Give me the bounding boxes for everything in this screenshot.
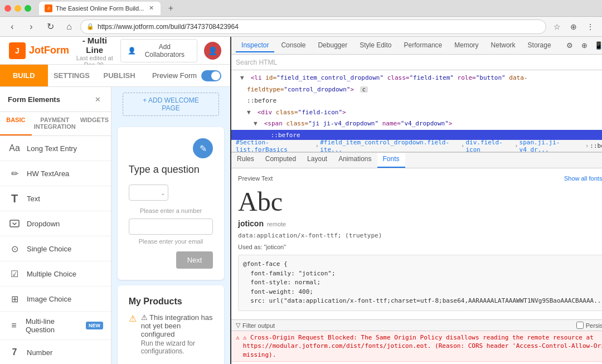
sidebar: Form Elements ✕ BASIC PAYMENT INTEGRATIO… — [0, 87, 111, 364]
form-card-main: ✎ Type a question ⌄ Please enter a numbe… — [118, 127, 225, 280]
sidebar-item-text[interactable]: T Text — [0, 186, 111, 211]
breadcrumb-item-1[interactable]: #field_item_control_dropdown.field-ite..… — [320, 140, 460, 152]
breadcrumb-item-2[interactable]: div.field-icon — [465, 140, 513, 152]
console-error-message: ⚠ ⚠ Cross-Origin Request Blocked: The Sa… — [231, 331, 602, 362]
breadcrumb-item-0[interactable]: #Section-list.forBasics — [236, 140, 314, 152]
number-input-hint: Please enter a number — [129, 207, 213, 214]
html-line-4-selected[interactable]: ::before — [231, 130, 602, 140]
close-window-button[interactable] — [4, 5, 11, 12]
form-edit-button[interactable]: ✎ — [193, 138, 213, 158]
products-card: My Products ⚠ ⚠ This integration has not… — [118, 285, 225, 364]
devtools-tab-debugger[interactable]: Debugger — [312, 39, 353, 52]
new-tab-button[interactable]: + — [164, 2, 177, 15]
extensions-button[interactable]: ⊕ — [566, 20, 581, 34]
sidebar-item-image-choice[interactable]: ⊞ Image Choice — [0, 287, 111, 312]
add-welcome-button[interactable]: + ADD WELCOME PAGE — [123, 93, 220, 116]
props-tab-fonts[interactable]: Fonts — [377, 153, 405, 168]
devtools-tab-style-editor[interactable]: Style Edito — [354, 39, 397, 52]
sidebar-item-multiple-choice[interactable]: ☑ Multiple Choice — [0, 261, 111, 287]
props-tab-rules[interactable]: Rules — [231, 153, 260, 168]
devtools-tab-console[interactable]: Console — [275, 39, 311, 52]
browser-window: J The Easiest Online Form Build... ✕ + ‹… — [0, 0, 602, 364]
warning-icon: ⚠ — [129, 313, 137, 324]
devtools-responsive-button[interactable]: 📱 — [593, 40, 602, 52]
user-avatar[interactable]: 👤 — [204, 42, 221, 60]
builder-panel: J JotForm Cardform - Multi Line Last edi… — [0, 37, 230, 364]
reload-button[interactable]: ↻ — [42, 19, 58, 35]
sidebar-item-number[interactable]: 7 Number — [0, 340, 111, 364]
maximize-window-button[interactable] — [25, 5, 31, 12]
persist-logs-check[interactable] — [576, 322, 584, 329]
devtools-settings-button[interactable]: ⚙ — [564, 40, 576, 52]
tab-build[interactable]: BUILD — [0, 65, 48, 86]
show-all-fonts-link[interactable]: Show all fonts used — [564, 175, 602, 182]
form-area: + ADD WELCOME PAGE ✎ Type a question ⌄ — [111, 87, 230, 364]
devtools-pick-element-button[interactable]: ⊕ — [578, 40, 590, 52]
props-panel: Rules Computed Layout Animations Fonts — [231, 152, 602, 319]
email-input[interactable] — [129, 219, 213, 235]
persist-logs-checkbox[interactable]: Persist Logs — [576, 322, 602, 329]
sidebar-item-single-choice[interactable]: ⊙ Single Choice — [0, 236, 111, 261]
props-tabs: Rules Computed Layout Animations Fonts — [231, 153, 602, 168]
form-title-text: Cardform - Multi Line — [76, 37, 114, 55]
menu-button[interactable]: ⋮ — [583, 20, 598, 34]
html-line-before1[interactable]: ::before — [231, 95, 602, 107]
number-input[interactable] — [129, 185, 168, 201]
add-collaborators-button[interactable]: 👤 Add Collaborators — [120, 39, 198, 62]
breadcrumb-current: ::before — [590, 142, 602, 149]
sidebar-tab-widgets[interactable]: WIDGETS — [78, 112, 111, 135]
devtools-tab-memory[interactable]: Memory — [449, 39, 484, 52]
long-text-label: Long Text Entry — [27, 144, 77, 153]
multiple-choice-icon: ☑ — [8, 267, 21, 280]
filter-output-button[interactable]: ▽ Filter output — [236, 322, 275, 329]
ssl-icon: 🔒 — [86, 23, 94, 30]
devtools-tab-performance[interactable]: Performance — [399, 39, 448, 52]
devtools-tab-inspector[interactable]: Inspector — [236, 39, 274, 52]
back-button[interactable]: ‹ — [4, 19, 20, 35]
sidebar-tab-basic[interactable]: BASIC — [0, 112, 32, 135]
font-preview-abc: Abc — [238, 186, 602, 217]
number-icon: 7 — [8, 346, 21, 359]
products-title: My Products — [129, 297, 213, 307]
next-button[interactable]: Next — [176, 251, 213, 269]
image-choice-label: Image Choice — [27, 295, 71, 303]
html-line-3[interactable]: ▼ <span class="ji ji-v4_dropdown" name="… — [231, 118, 602, 130]
browser-tab[interactable]: J The Easiest Online Form Build... ✕ — [39, 2, 161, 15]
address-bar[interactable]: 🔒 https://www.jotform.com/build/73473708… — [80, 20, 546, 34]
breadcrumb-item-3[interactable]: span.ji.ji-v4_dr... — [520, 140, 584, 152]
toolbar-right: ☆ ⊕ ⋮ — [550, 20, 598, 34]
jotform-logo: J JotForm — [9, 42, 69, 59]
single-choice-label: Single Choice — [27, 245, 71, 253]
html-line-1[interactable]: ▼ <li id="field_item_control_dropdown" c… — [231, 72, 602, 84]
tab-settings[interactable]: SETTINGS — [48, 65, 96, 86]
sidebar-item-hw-textarea[interactable]: ✏ HW TextArea — [0, 161, 111, 186]
font-meta: data:application/x-font-ttf; (truetype) — [238, 232, 602, 239]
email-input-hint: Please enter your email — [129, 238, 213, 245]
sidebar-item-multi-line-question[interactable]: ≡ Multi-line Question NEW — [0, 312, 111, 340]
props-tab-computed[interactable]: Computed — [260, 153, 302, 168]
html-line-1b[interactable]: fieldtype="control_dropdown"> c — [231, 84, 602, 96]
html-line-2[interactable]: ▼ <div class="field-icon"> — [231, 107, 602, 119]
preview-toggle-switch[interactable] — [201, 70, 221, 81]
devtools-content: ▼ <li id="field_item_control_dropdown" c… — [231, 70, 602, 364]
tab-close-button[interactable]: ✕ — [147, 4, 155, 12]
sidebar-item-dropdown[interactable]: Dropdown — [0, 211, 111, 236]
props-tab-layout[interactable]: Layout — [302, 153, 333, 168]
bookmarks-button[interactable]: ☆ — [550, 20, 564, 34]
devtools-tab-network[interactable]: Network — [486, 39, 521, 52]
devtools-tab-storage[interactable]: Storage — [522, 39, 557, 52]
minimize-window-button[interactable] — [14, 5, 21, 12]
devtools-search-input[interactable] — [236, 59, 602, 66]
console-toolbar: ▽ Filter output Persist Logs — [231, 320, 602, 331]
forward-button[interactable]: › — [23, 19, 39, 35]
font-used-as: Used as: "joticon" — [238, 244, 602, 250]
sidebar-close-button[interactable]: ✕ — [92, 94, 103, 105]
font-source: remote — [267, 221, 286, 227]
jotform-logo-icon: J — [9, 42, 26, 59]
props-tab-animations[interactable]: Animations — [333, 153, 377, 168]
home-button[interactable]: ⌂ — [61, 19, 77, 35]
collab-icon: 👤 — [128, 47, 136, 55]
tab-publish[interactable]: PUBLISH — [95, 65, 143, 86]
sidebar-item-long-text-entry[interactable]: Aa Long Text Entry — [0, 136, 111, 161]
sidebar-tab-payment[interactable]: PAYMENT INTEGRATION — [32, 112, 78, 135]
